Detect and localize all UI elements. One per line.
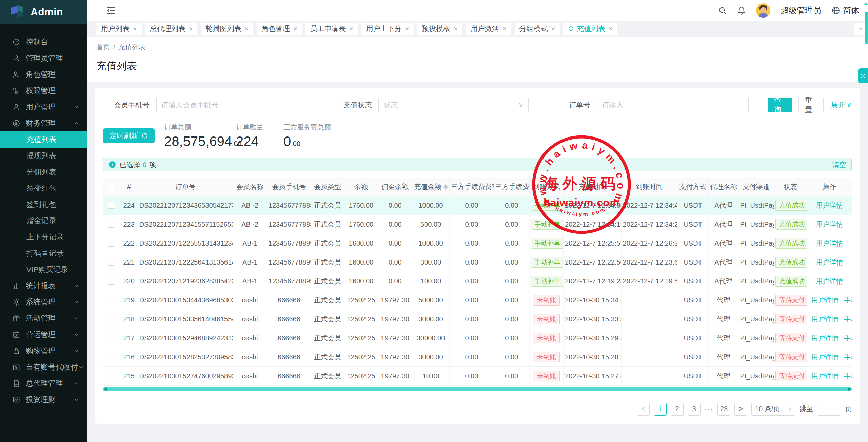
sidebar-item-general-agent[interactable]: 总代理管理 xyxy=(0,375,87,392)
page-ellipsis[interactable]: ··· xyxy=(705,405,713,413)
close-icon[interactable]: × xyxy=(551,25,555,32)
row-checkbox[interactable] xyxy=(108,259,115,266)
tab-9[interactable]: 分组模式× xyxy=(515,23,560,35)
tab-options-button[interactable] xyxy=(854,23,867,35)
sidebar-subitem-updown-records[interactable]: 上下分记录 xyxy=(0,229,87,245)
timed-refresh-button[interactable]: 定时刷新 xyxy=(103,128,155,143)
clear-selection-button[interactable]: 清空 xyxy=(832,160,846,169)
op-link[interactable]: 用户详情 xyxy=(811,353,839,361)
op-link[interactable]: 手动补单 xyxy=(844,334,852,342)
breadcrumb-home[interactable]: 首页 xyxy=(96,43,110,52)
sidebar-item-roles[interactable]: 角色管理 xyxy=(0,66,87,83)
row-checkbox[interactable] xyxy=(108,354,115,360)
sidebar-item-shopping[interactable]: 购物管理 xyxy=(0,343,87,359)
select-all-checkbox[interactable] xyxy=(108,184,115,190)
expand-button[interactable]: 展开∨ xyxy=(831,100,852,110)
menu-fold-icon[interactable] xyxy=(106,5,116,16)
status-filter-select[interactable]: 状态 ∨ xyxy=(378,98,529,112)
search-button[interactable]: 查询 xyxy=(768,98,792,112)
op-link[interactable]: 手动补单 xyxy=(844,296,852,304)
scroll-left-icon[interactable] xyxy=(104,387,107,391)
tab-7[interactable]: 预设模板× xyxy=(417,23,462,35)
close-icon[interactable]: × xyxy=(349,25,353,32)
page-button-3[interactable]: 3 xyxy=(688,403,701,416)
close-icon[interactable]: × xyxy=(293,25,297,32)
jump-page-input[interactable] xyxy=(817,403,841,416)
sidebar-item-console[interactable]: 控制台 xyxy=(0,34,87,50)
op-link[interactable]: 用户详情 xyxy=(816,220,843,228)
tab-4[interactable]: 角色管理× xyxy=(257,23,302,35)
row-checkbox[interactable] xyxy=(108,316,115,322)
search-icon[interactable] xyxy=(718,6,727,15)
sidebar-item-system[interactable]: 系统管理 xyxy=(0,294,87,310)
next-page-button[interactable]: > xyxy=(734,403,747,416)
tab-6[interactable]: 用户上下分× xyxy=(361,23,414,35)
op-link[interactable]: 用户详情 xyxy=(816,277,843,285)
sidebar-subitem-signin-gift[interactable]: 签到礼包 xyxy=(0,196,87,213)
sidebar-subitem-commission-list[interactable]: 分佣列表 xyxy=(0,164,87,180)
tab-8[interactable]: 用户激活× xyxy=(466,23,511,35)
phone-filter-input[interactable]: 请输入会员手机号 xyxy=(156,98,314,112)
avatar[interactable] xyxy=(756,3,770,18)
language-switcher[interactable]: 简体 xyxy=(831,5,859,16)
op-link[interactable]: 用户详情 xyxy=(811,315,839,323)
sidebar-subitem-recharge-list[interactable]: 充值列表 xyxy=(0,131,87,148)
op-link[interactable]: 手动补单 xyxy=(844,372,852,380)
vertical-scrollbar[interactable] xyxy=(865,12,868,44)
horizontal-scrollbar[interactable] xyxy=(103,387,852,391)
sidebar-item-own-account[interactable]: 自有账号代收付 xyxy=(0,359,87,375)
order-filter-input[interactable]: 请输入 xyxy=(597,98,749,112)
sidebar-item-perms[interactable]: 权限管理 xyxy=(0,83,87,99)
bell-icon[interactable] xyxy=(737,6,746,15)
sort-carets-icon[interactable] xyxy=(443,184,448,190)
page-size-select[interactable]: 10 条/页∨ xyxy=(751,403,795,416)
reset-button[interactable]: 重置 xyxy=(798,98,823,112)
scroll-right-icon[interactable] xyxy=(848,387,851,391)
op-link[interactable]: 用户详情 xyxy=(811,334,839,342)
row-checkbox[interactable] xyxy=(108,202,115,209)
row-checkbox[interactable] xyxy=(108,297,115,303)
sidebar-subitem-fission-redpacket[interactable]: 裂变红包 xyxy=(0,180,87,196)
row-checkbox[interactable] xyxy=(108,335,115,341)
op-link[interactable]: 用户详情 xyxy=(816,258,843,266)
op-link[interactable]: 用户详情 xyxy=(811,372,839,380)
close-icon[interactable]: × xyxy=(133,25,137,32)
op-link[interactable]: 用户详情 xyxy=(816,202,843,209)
sidebar-item-reports[interactable]: 统计报表 xyxy=(0,278,87,294)
close-icon[interactable]: × xyxy=(189,25,193,32)
sidebar-subitem-vip-purchase[interactable]: VIP购买记录 xyxy=(0,261,87,278)
sidebar-subitem-withdraw-list[interactable]: 提现列表 xyxy=(0,148,87,164)
row-checkbox[interactable] xyxy=(108,240,115,247)
close-icon[interactable]: × xyxy=(502,25,507,32)
settings-fab[interactable] xyxy=(858,68,868,83)
close-icon[interactable]: × xyxy=(405,25,409,32)
scrollbar-up-icon[interactable] xyxy=(864,2,868,5)
prev-page-button[interactable]: < xyxy=(637,403,650,416)
row-checkbox[interactable] xyxy=(108,373,115,379)
page-button-2[interactable]: 2 xyxy=(671,403,684,416)
sidebar-item-operation[interactable]: 营运管理 xyxy=(0,327,87,343)
sidebar-item-admins[interactable]: 管理员管理 xyxy=(0,50,87,66)
sidebar-item-invest[interactable]: 投资理财 xyxy=(0,392,87,408)
tab-1[interactable]: 用户列表× xyxy=(96,23,142,35)
logo[interactable]: Admin xyxy=(0,0,87,24)
op-link[interactable]: 用户详情 xyxy=(816,239,843,247)
page-button-1[interactable]: 1 xyxy=(654,403,667,416)
tab-5[interactable]: 员工申请表× xyxy=(305,23,358,35)
sidebar-item-activity[interactable]: 活动管理 xyxy=(0,310,87,327)
tab-10-active[interactable]: 充值列表× xyxy=(563,23,617,35)
op-link[interactable]: 用户详情 xyxy=(811,296,839,304)
close-icon[interactable]: × xyxy=(609,25,613,32)
close-icon[interactable]: × xyxy=(244,25,249,32)
page-button-23[interactable]: 23 xyxy=(717,403,730,416)
row-checkbox[interactable] xyxy=(108,221,115,228)
op-link[interactable]: 手动补单 xyxy=(844,353,852,361)
sidebar-item-users[interactable]: 用户管理 xyxy=(0,99,87,115)
sidebar-subitem-dama-records[interactable]: 打码量记录 xyxy=(0,245,87,261)
row-checkbox[interactable] xyxy=(108,278,115,285)
sidebar-subitem-bonus-records[interactable]: 赠金记录 xyxy=(0,213,87,229)
op-link[interactable]: 手动补单 xyxy=(844,315,852,323)
username[interactable]: 超级管理员 xyxy=(781,5,821,16)
tab-3[interactable]: 轮播图列表× xyxy=(201,23,253,35)
sidebar-item-finance[interactable]: 财务管理 xyxy=(0,115,87,131)
